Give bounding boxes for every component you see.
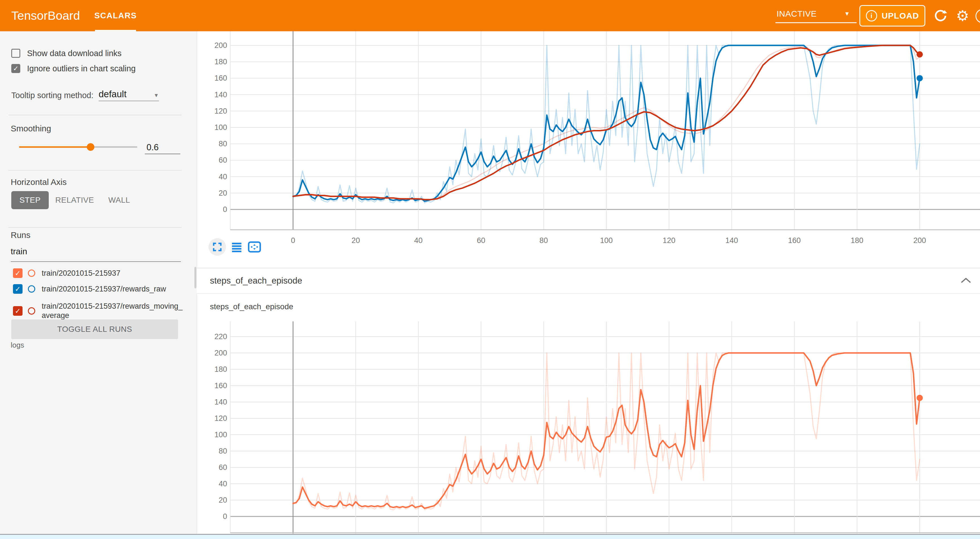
tooltip-sorting-label: Tooltip sorting method: [11,88,94,103]
info-icon: i [866,10,877,21]
svg-text:120: 120 [215,414,227,423]
divider [8,115,182,115]
svg-text:100: 100 [215,431,227,439]
chevron-down-icon: ▾ [845,10,849,18]
svg-text:60: 60 [219,463,227,472]
upload-button[interactable]: i UPLOAD [859,5,925,27]
toggle-all-runs-button[interactable]: TOGGLE ALL RUNS [11,319,178,339]
run-color-circle [28,307,35,314]
svg-text:200: 200 [913,236,926,245]
svg-text:0: 0 [223,205,227,214]
svg-text:40: 40 [414,236,423,245]
svg-text:20: 20 [219,189,227,197]
runs-filter-input[interactable]: train [11,245,181,262]
status-underline [775,22,857,23]
show-download-links-label: Show data download links [27,46,121,61]
svg-text:20: 20 [219,496,227,504]
status-dropdown[interactable]: INACTIVE ▾ [775,6,857,24]
svg-text:140: 140 [725,236,738,245]
ignore-outliers-label: Ignore outliers in chart scaling [27,61,135,76]
runs-filter-value: train [11,247,27,256]
run-label: train/20201015-215937 [42,266,120,280]
gear-icon[interactable]: ⚙ [955,6,970,26]
svg-text:20: 20 [352,236,360,245]
svg-text:140: 140 [215,91,227,99]
horizontal-axis-label: Horizontal Axis [11,174,67,190]
steps-chart[interactable]: 020406080100120140160180200220 [197,321,980,534]
run-row[interactable]: ✓ train/20201015-215937/rewards_raw [0,284,197,300]
svg-text:40: 40 [219,480,227,488]
svg-text:200: 200 [215,349,227,357]
status-value: INACTIVE [776,9,816,19]
svg-text:60: 60 [219,156,227,164]
svg-text:180: 180 [851,236,863,245]
svg-text:160: 160 [215,381,227,390]
axis-option-wall-label: WALL [108,196,130,205]
tooltip-sorting-value: default [99,89,127,99]
smoothing-value: 0.6 [146,142,159,153]
tab-scalars[interactable]: SCALARS [95,0,136,31]
input-underline [145,154,180,154]
svg-text:80: 80 [539,236,548,245]
tab-scalars-label: SCALARS [94,11,137,20]
svg-text:100: 100 [215,123,227,132]
divider [8,227,182,228]
bottom-scroll-strip[interactable] [0,535,980,539]
divider [8,170,182,171]
smoothing-label: Smoothing [11,121,51,136]
smoothing-slider[interactable] [19,143,137,151]
slider-thumb[interactable] [87,143,94,151]
sidebar: Show data download links ✓ Ignore outlie… [0,31,197,535]
svg-text:40: 40 [219,172,227,181]
svg-text:160: 160 [215,74,227,82]
chevron-down-icon: ▾ [155,92,158,99]
runs-footer-label: logs [11,341,24,349]
run-checkbox[interactable]: ✓ [13,306,22,316]
chevron-up-icon[interactable] [960,276,972,285]
fullscreen-icon[interactable] [208,238,226,256]
svg-text:120: 120 [663,236,675,245]
svg-text:100: 100 [600,236,612,245]
run-color-circle [28,270,35,277]
show-download-links-checkbox[interactable] [11,49,20,58]
svg-text:180: 180 [215,57,227,66]
data-series-lines-icon[interactable] [229,238,244,256]
svg-text:200: 200 [215,41,227,49]
slider-track-filled [19,146,91,148]
run-label: train/20201015-215937/rewards_raw [42,282,166,296]
axis-option-step[interactable]: STEP [11,191,49,209]
rewards-chart[interactable]: 0204060801001201401601802000204060801001… [197,31,980,268]
axis-option-step-label: STEP [19,196,41,205]
smoothing-value-input[interactable]: 0.6 [145,142,180,154]
section-header[interactable]: steps_of_each_episode [197,268,980,294]
svg-text:120: 120 [215,107,227,115]
svg-text:160: 160 [788,236,801,245]
sidebar-scrollbar[interactable] [194,267,196,289]
help-icon[interactable]: ? [975,9,980,23]
ignore-outliers-checkbox[interactable]: ✓ [11,64,20,73]
axis-option-wall[interactable]: WALL [104,191,135,209]
chart-card-title: steps_of_each_episode [210,302,293,311]
svg-text:0: 0 [223,512,227,521]
refresh-icon[interactable] [933,8,948,23]
svg-text:80: 80 [219,140,227,148]
axis-option-relative[interactable]: RELATIVE [54,191,96,209]
axis-option-relative-label: RELATIVE [55,196,94,205]
input-underline [11,262,181,262]
runs-label: Runs [11,228,30,243]
app-title: TensorBoard [11,0,80,31]
section-title: steps_of_each_episode [210,268,302,293]
run-label: train/20201015-215937/rewards_moving_ave… [42,301,186,320]
toggle-all-runs-label: TOGGLE ALL RUNS [57,325,132,334]
run-checkbox[interactable]: ✓ [13,284,22,294]
fit-domain-icon[interactable] [246,238,262,256]
tooltip-sorting-dropdown[interactable]: default ▾ [99,87,159,105]
app-header: TensorBoard SCALARS INACTIVE ▾ i UPLOAD … [0,0,980,31]
upload-label: UPLOAD [882,11,919,21]
svg-text:80: 80 [219,447,227,455]
run-checkbox[interactable]: ✓ [13,268,22,278]
svg-text:60: 60 [477,236,485,245]
svg-text:220: 220 [215,332,227,341]
slider-track-rest [91,146,137,148]
svg-text:0: 0 [291,236,295,245]
